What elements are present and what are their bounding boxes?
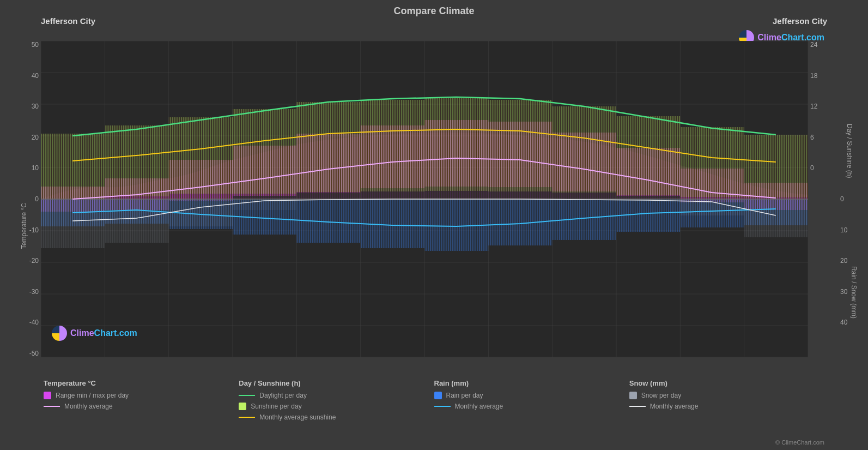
- svg-rect-46: [169, 117, 233, 194]
- y-val-n50: -50: [29, 350, 39, 357]
- logo-text-bottom: ClimeChart.com: [70, 328, 137, 338]
- legend-temp-avg-label: Monthly average: [64, 403, 113, 410]
- main-container: Compare Climate Jefferson City Jefferson…: [0, 0, 868, 450]
- legend-snow-avg-label: Monthly average: [650, 403, 699, 410]
- y-val-40: 40: [32, 72, 39, 80]
- legend-sunshine-avg-line: [239, 417, 255, 418]
- svg-rect-73: [744, 199, 808, 237]
- left-y-axis-values: 50 40 30 20 10 0 -10 -20 -30 -40 -50: [29, 41, 41, 357]
- chart-title: Compare Climate: [0, 0, 868, 19]
- legend-snow-avg: Monthly average: [629, 403, 824, 410]
- y-val-30: 30: [32, 103, 39, 110]
- legend-sunshine-swatch: [239, 403, 246, 410]
- legend-sunshine-avg-label: Monthly average sunshine: [259, 413, 336, 421]
- y-val-20: 20: [32, 134, 39, 141]
- legend-rain-title: Rain (mm): [434, 379, 629, 387]
- right-axis-sunshine-label: Day / Sunshine (h): [846, 124, 853, 178]
- svg-rect-55: [744, 135, 808, 197]
- legend-rain-avg-label: Monthly average: [455, 403, 503, 410]
- svg-rect-50: [424, 98, 488, 191]
- legend-daylight-label: Daylight per day: [259, 392, 307, 399]
- legend-snow: Snow (mm) Snow per day Monthly average: [629, 379, 824, 421]
- svg-rect-53: [616, 116, 680, 195]
- chart-svg: [41, 41, 808, 357]
- logo-chart-inner: ClimeChart.com: [52, 326, 137, 341]
- y-val-0: 0: [35, 195, 39, 203]
- y-val-n30: -30: [29, 288, 39, 296]
- legend-daylight: Daylight per day: [239, 392, 434, 399]
- svg-rect-51: [488, 100, 552, 191]
- svg-rect-44: [41, 134, 105, 199]
- legend-daylight-line: [239, 395, 255, 396]
- legend-rain-avg-line: [434, 406, 451, 407]
- right-axis-rain-label: Rain / Snow (mm): [850, 266, 858, 319]
- svg-rect-49: [361, 100, 424, 191]
- legend-snow-per-day-label: Snow per day: [641, 392, 681, 399]
- svg-rect-48: [296, 102, 360, 192]
- legend-temp-avg-line: [44, 406, 60, 407]
- svg-rect-63: [488, 199, 552, 245]
- right-y-axis-sunshine: 24 18 12 6 0 - - - - - -: [808, 41, 838, 357]
- legend-temperature: Temperature °C Range min / max per day M…: [44, 379, 239, 421]
- svg-rect-52: [553, 106, 616, 193]
- legend-temp-range-swatch: [44, 392, 51, 399]
- y-val-10: 10: [32, 164, 39, 172]
- y-val-n20: -20: [29, 257, 39, 265]
- y-val-n40: -40: [29, 319, 39, 326]
- svg-rect-68: [41, 199, 105, 248]
- legend-sunshine-avg: Monthly average sunshine: [239, 413, 434, 421]
- y-val-50: 50: [32, 41, 39, 49]
- legend-sunshine: Day / Sunshine (h) Daylight per day Suns…: [239, 379, 434, 421]
- legend: Temperature °C Range min / max per day M…: [0, 357, 868, 421]
- legend-snow-bar: Snow per day: [629, 392, 824, 399]
- legend-temp-range: Range min / max per day: [44, 392, 239, 399]
- svg-rect-45: [105, 125, 168, 196]
- legend-snow-swatch: [629, 392, 637, 399]
- legend-rain-bar: Rain per day: [434, 392, 629, 399]
- logo-icon-bottom: [52, 326, 67, 341]
- legend-temp-avg: Monthly average: [44, 403, 239, 410]
- legend-snow-title: Snow (mm): [629, 379, 824, 387]
- legend-rain-per-day-label: Rain per day: [446, 392, 483, 399]
- legend-rain-swatch: [434, 392, 442, 399]
- legend-rain-avg: Monthly average: [434, 403, 629, 410]
- legend-sunshine-title: Day / Sunshine (h): [239, 379, 434, 387]
- legend-sunshine-label: Sunshine per day: [251, 403, 301, 410]
- left-y-axis-label: Temperature °C: [20, 203, 28, 249]
- legend-temp-range-label: Range min / max per day: [56, 392, 129, 399]
- y-val-n10: -10: [29, 226, 39, 234]
- copyright: © ClimeChart.com: [775, 439, 824, 446]
- svg-rect-54: [680, 127, 744, 197]
- chart-canvas: Jan Feb Mar Apr May Jun Jul Aug Sep Oct …: [41, 41, 808, 357]
- svg-rect-69: [105, 199, 168, 243]
- legend-sunshine-bar: Sunshine per day: [239, 403, 434, 410]
- right-y-axis-rain: - - - - - 0 10 20 30 40 - Day / Sunshine…: [838, 41, 868, 357]
- legend-rain: Rain (mm) Rain per day Monthly average: [434, 379, 629, 421]
- legend-temp-title: Temperature °C: [44, 379, 239, 387]
- legend-snow-avg-line: [629, 406, 646, 407]
